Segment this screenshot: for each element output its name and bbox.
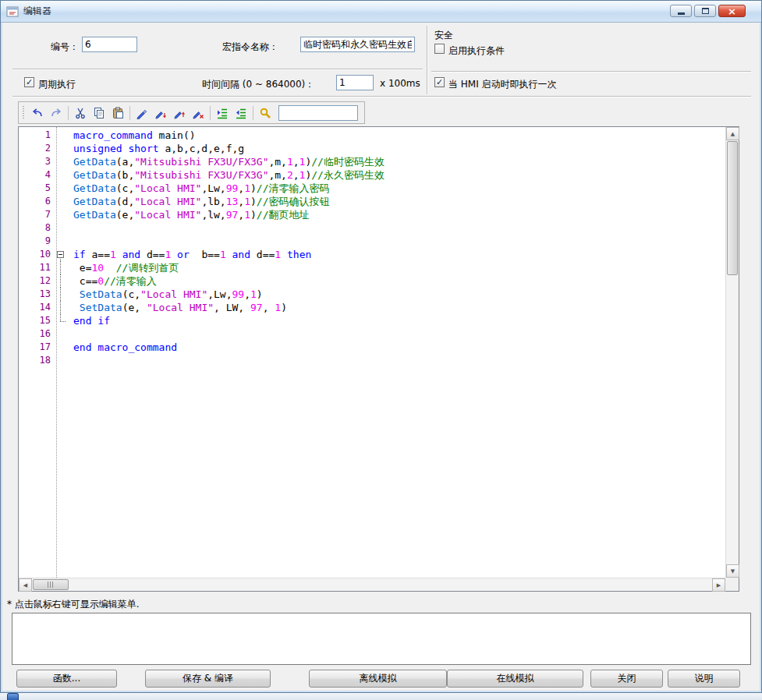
enable-condition-checkbox[interactable]	[434, 44, 445, 54]
close-window-button[interactable]: ×	[718, 5, 746, 17]
code-viewport[interactable]: 1macro_command main()2unsigned short a,b…	[19, 127, 725, 578]
toolbar-grip[interactable]	[23, 106, 24, 120]
cut-icon	[74, 107, 87, 119]
separator	[427, 26, 428, 94]
fold-margin-mid	[56, 288, 69, 301]
desktop-strip	[0, 693, 762, 700]
cut-button[interactable]	[71, 104, 90, 122]
toggle-bookmark-button[interactable]	[133, 104, 151, 122]
fold-margin	[56, 327, 69, 341]
periodic-checkbox[interactable]: ✓	[24, 77, 34, 87]
scroll-down-button[interactable]: ▼	[726, 564, 739, 578]
code-line[interactable]: 7GetData(e,"Local HMI",lw,97,1)//翻页地址	[19, 208, 725, 221]
enable-condition-label: 启用执行条件	[448, 44, 505, 58]
toggle-bookmark-icon	[136, 107, 148, 119]
fold-margin-mid	[56, 274, 69, 288]
scroll-up-button[interactable]: ▲	[726, 127, 739, 140]
indent-icon	[216, 107, 229, 119]
vertical-scroll-thumb[interactable]	[727, 141, 738, 275]
toolbar-separator	[68, 106, 69, 120]
functions-button[interactable]: 函数...	[16, 670, 117, 688]
code-line[interactable]: 16	[19, 327, 725, 341]
line-number: 12	[19, 274, 56, 288]
undo-button[interactable]	[28, 104, 47, 122]
copy-button[interactable]	[90, 104, 108, 122]
code-text: GetData(d,"Local HMI",lb,13,1)//密码确认按钮	[69, 195, 725, 208]
scrollbar-corner	[725, 578, 739, 591]
code-line[interactable]: 6GetData(d,"Local HMI",lb,13,1)//密码确认按钮	[19, 195, 725, 208]
minimize-button[interactable]	[670, 5, 692, 17]
line-number: 13	[19, 288, 56, 301]
line-number: 10	[19, 248, 56, 261]
separator	[431, 71, 751, 72]
code-text: end if	[69, 314, 725, 327]
fold-margin-start[interactable]	[56, 248, 69, 261]
code-line[interactable]: 11 e=10 //调转到首页	[19, 261, 725, 274]
window-title: 编辑器	[23, 5, 51, 18]
interval-input[interactable]	[336, 75, 374, 90]
window-icon	[6, 5, 19, 18]
copy-icon	[93, 107, 105, 119]
horizontal-scroll-thumb[interactable]	[33, 579, 69, 590]
line-number: 16	[19, 327, 56, 341]
online-sim-button[interactable]: 在线模拟	[447, 670, 583, 688]
code-line[interactable]: 15end if	[19, 314, 725, 327]
run-on-start-checkbox[interactable]: ✓	[434, 77, 445, 87]
code-line[interactable]: 2unsigned short a,b,c,d,e,f,g	[19, 142, 725, 155]
window-titlebar[interactable]: 编辑器 ×	[1, 1, 761, 23]
code-text: SetData(e, "Local HMI", LW, 97, 1)	[69, 301, 725, 314]
scroll-left-button[interactable]: ◀	[19, 578, 32, 592]
code-line[interactable]: 13 SetData(c,"Local HMI",Lw,99,1)	[19, 288, 725, 301]
line-number: 9	[19, 235, 56, 248]
toolbar-search-input[interactable]	[278, 105, 358, 121]
prev-bookmark-button[interactable]	[170, 104, 189, 122]
line-number: 1	[19, 129, 56, 142]
code-line[interactable]: 10if a==1 and d==1 or b==1 and d==1 then	[19, 248, 725, 261]
message-output[interactable]	[12, 613, 751, 665]
code-line[interactable]: 1macro_command main()	[19, 129, 725, 142]
close-button[interactable]: 关闭	[590, 670, 663, 688]
find-button[interactable]	[256, 104, 275, 122]
scroll-right-button[interactable]: ▶	[712, 578, 725, 592]
interval-label: 时间间隔 (0 ~ 864000)：	[202, 78, 314, 91]
code-text	[69, 235, 725, 248]
code-text	[69, 354, 725, 367]
line-number: 2	[19, 142, 56, 155]
code-text: unsigned short a,b,c,d,e,f,g	[69, 142, 725, 155]
offline-sim-button[interactable]: 离线模拟	[309, 670, 447, 688]
outdent-button[interactable]	[232, 104, 250, 122]
macro-number-input[interactable]	[82, 37, 137, 52]
fold-margin	[56, 208, 69, 221]
code-line[interactable]: 12 c==0//清零输入	[19, 274, 725, 288]
separator	[12, 69, 423, 70]
code-line[interactable]: 18	[19, 354, 725, 367]
hint-text: * 点击鼠标右键可显示编辑菜单.	[7, 598, 140, 611]
undo-icon	[31, 107, 44, 119]
code-line[interactable]: 3GetData(a,"Mitsubishi FX3U/FX3G",m,1,1)…	[19, 155, 725, 168]
run-on-start-label: 当 HMI 启动时即执行一次	[448, 78, 557, 91]
help-button[interactable]: 说明	[668, 670, 740, 688]
next-bookmark-button[interactable]	[151, 104, 170, 122]
code-line[interactable]: 4GetData(b,"Mitsubishi FX3U/FX3G",m,2,1)…	[19, 168, 725, 182]
maximize-button[interactable]	[694, 5, 716, 17]
code-line[interactable]: 14 SetData(e, "Local HMI", LW, 97, 1)	[19, 301, 725, 314]
code-text: macro_command main()	[69, 129, 725, 142]
indent-button[interactable]	[213, 104, 232, 122]
horizontal-scrollbar[interactable]: ◀ ▶	[19, 578, 725, 591]
redo-button[interactable]	[47, 104, 66, 122]
code-line[interactable]: 5GetData(c,"Local HMI",Lw,99,1)//清零输入密码	[19, 182, 725, 195]
code-line[interactable]: 8	[19, 221, 725, 235]
desktop: 编辑器 × 编号： 宏指令名称： 安全 启用执行条件 ✓ 周期执行 时间间隔 (…	[0, 0, 762, 700]
clear-bookmarks-button[interactable]	[189, 104, 207, 122]
save-compile-button[interactable]: 保存 & 编译	[145, 670, 271, 688]
code-line[interactable]: 17end macro_command	[19, 341, 725, 354]
line-number: 18	[19, 354, 56, 367]
collapse-icon[interactable]	[57, 251, 64, 258]
vertical-scrollbar[interactable]: ▲ ▼	[725, 127, 739, 578]
code-text: GetData(c,"Local HMI",Lw,99,1)//清零输入密码	[69, 182, 725, 195]
macro-name-input[interactable]	[300, 37, 415, 52]
minimize-icon	[678, 12, 685, 15]
code-line[interactable]: 9	[19, 235, 725, 248]
paste-button[interactable]	[108, 104, 127, 122]
code-text: GetData(b,"Mitsubishi FX3U/FX3G",m,2,1)/…	[69, 168, 725, 182]
